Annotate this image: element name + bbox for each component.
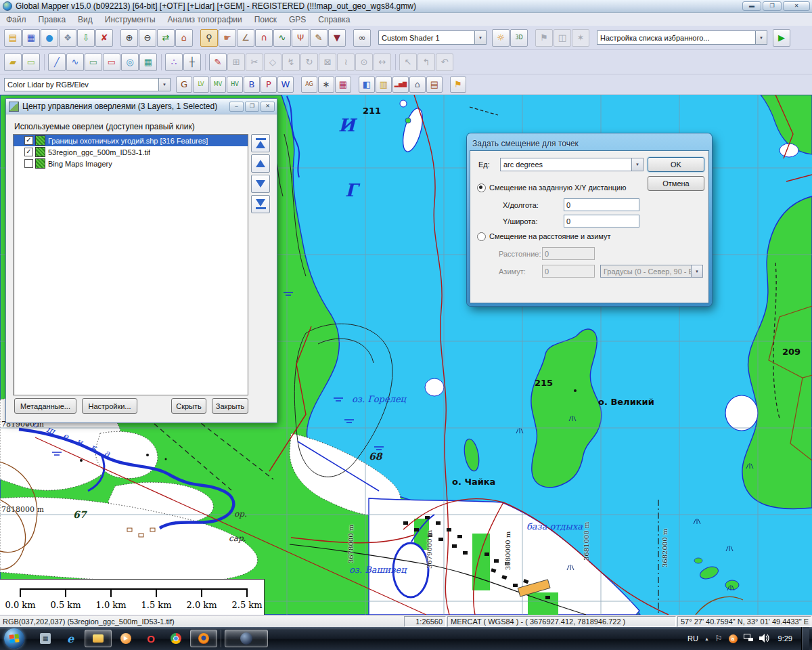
menu-view[interactable]: Вид bbox=[72, 13, 99, 26]
create-point-button[interactable]: ∴ bbox=[165, 53, 183, 71]
calculator-button[interactable]: ▦ bbox=[35, 630, 56, 647]
lidar-low-vegetation-button[interactable]: LV bbox=[193, 77, 209, 93]
lidar-water-button[interactable]: W bbox=[277, 77, 294, 93]
run-favorite-button[interactable]: ▶ bbox=[773, 29, 790, 47]
move-layer-down-button[interactable] bbox=[251, 175, 270, 193]
lidar-color-palette-button[interactable]: ▦ bbox=[335, 77, 351, 93]
reference-book-button[interactable]: ▤ bbox=[426, 77, 443, 93]
clock[interactable]: 9:29 bbox=[775, 634, 795, 643]
lidar-high-vegetation-button[interactable]: HV bbox=[227, 77, 243, 93]
export-button[interactable]: ⇩ bbox=[77, 29, 95, 47]
open-file-button[interactable]: ▤ bbox=[4, 29, 22, 47]
start-button[interactable] bbox=[4, 628, 24, 649]
close-button[interactable]: Закрыть bbox=[212, 398, 248, 414]
lidar-pole-button[interactable]: P bbox=[261, 77, 277, 93]
menu-tools[interactable]: Инструменты bbox=[99, 13, 162, 26]
lidar-combo[interactable]: Color Lidar by RGB/Elev ▼ bbox=[4, 78, 171, 91]
unit-combo[interactable]: arc degrees ▼ bbox=[500, 158, 644, 171]
menu-terrain-analysis[interactable]: Анализ топографии bbox=[162, 13, 248, 26]
metadata-button[interactable]: Метаданные... bbox=[14, 398, 76, 414]
minimize-button[interactable]: ▬ bbox=[742, 1, 761, 11]
overlay-window-titlebar[interactable]: Центр управления оверлеями (3 Layers, 1 … bbox=[6, 99, 277, 114]
hidden-icons-button[interactable]: ▲ bbox=[704, 636, 709, 641]
create-rect-area-button[interactable]: ▭ bbox=[22, 53, 40, 71]
media-player-button[interactable]: ▶ bbox=[115, 630, 137, 647]
layer-row[interactable]: Bing Maps Imagery bbox=[14, 158, 248, 169]
lidar-filter-button[interactable]: ∗ bbox=[318, 77, 334, 93]
create-rectangle-button[interactable]: ▭ bbox=[85, 53, 102, 71]
hill-shading-button[interactable]: ☼ bbox=[492, 29, 510, 47]
maximize-button[interactable]: ❐ bbox=[245, 102, 259, 112]
lidar-above-ground-button[interactable]: AG bbox=[301, 77, 317, 93]
internet-explorer-button[interactable]: e bbox=[60, 630, 81, 647]
avast-icon[interactable]: a bbox=[729, 634, 738, 643]
create-freehand-line-button[interactable]: ∿ bbox=[66, 53, 84, 71]
layer-row[interactable]: ✓53region_ggc_500m_ID53-1.tif bbox=[14, 146, 248, 158]
pan-tool-button[interactable]: ☛ bbox=[219, 29, 236, 47]
histogram-button[interactable]: ▂▅▇ bbox=[392, 77, 409, 93]
layer-checkbox[interactable] bbox=[24, 159, 33, 168]
overlay-layer-list[interactable]: ✓Границы охотничьих угодий.shp [316 Feat… bbox=[13, 134, 248, 395]
volume-icon[interactable] bbox=[759, 634, 769, 644]
close-icon[interactable]: ✕ bbox=[261, 102, 275, 112]
hide-button[interactable]: Скрыть bbox=[171, 398, 206, 414]
more-tools-button[interactable]: ▼ bbox=[328, 29, 346, 47]
lidar-medium-vegetation-button[interactable]: MV bbox=[210, 77, 226, 93]
save-workspace-button[interactable]: ▦ bbox=[22, 29, 40, 47]
create-grid-button[interactable]: ▦ bbox=[139, 53, 157, 71]
note-tag-button[interactable]: ◧ bbox=[359, 77, 375, 93]
zoom-tool-button[interactable]: ⚲ bbox=[200, 29, 218, 47]
menu-help[interactable]: Справка bbox=[312, 13, 356, 26]
create-area-button[interactable]: ▰ bbox=[4, 53, 22, 71]
network-icon[interactable] bbox=[744, 634, 753, 643]
ok-button[interactable]: OK bbox=[648, 157, 704, 172]
language-indicator[interactable]: RU bbox=[687, 634, 698, 643]
menu-gps[interactable]: GPS bbox=[283, 13, 312, 26]
layer-checkbox[interactable]: ✓ bbox=[24, 136, 33, 145]
zoom-out-button[interactable]: ⊖ bbox=[139, 29, 156, 47]
create-line-button[interactable]: ╱ bbox=[48, 53, 66, 71]
digitizer-tool-button[interactable]: ✎ bbox=[310, 29, 328, 47]
search-button[interactable]: ∞ bbox=[353, 29, 371, 47]
move-layer-top-button[interactable] bbox=[251, 134, 270, 152]
close-button[interactable]: ✕ bbox=[783, 1, 810, 11]
map-layout-button[interactable]: ▥ bbox=[376, 77, 392, 93]
favorites-combo[interactable]: Настройка списка избранного... ▼ bbox=[597, 30, 767, 45]
clear-all-tools-button[interactable]: ✘ bbox=[95, 29, 113, 47]
cancel-button[interactable]: Отмена bbox=[648, 176, 704, 191]
building-info-button[interactable]: ⌂ bbox=[409, 77, 426, 93]
chrome-button[interactable] bbox=[165, 630, 187, 647]
maximize-button[interactable]: ❐ bbox=[763, 1, 782, 11]
view-3d-button[interactable]: 3D bbox=[510, 29, 528, 47]
view-shed-tool-button[interactable]: Ψ bbox=[292, 29, 309, 47]
path-profile-tool-button[interactable]: ∿ bbox=[273, 29, 291, 47]
full-view-button[interactable]: ⌂ bbox=[175, 29, 193, 47]
minimize-button[interactable]: – bbox=[229, 102, 244, 112]
layer-row[interactable]: ✓Границы охотничьих угодий.shp [316 Feat… bbox=[14, 135, 248, 146]
x-input[interactable] bbox=[564, 198, 639, 211]
feature-info-tool-button[interactable]: ∩ bbox=[255, 29, 273, 47]
create-circle-button[interactable]: ◎ bbox=[121, 53, 139, 71]
global-mapper-button[interactable] bbox=[225, 630, 268, 647]
download-online-data-button[interactable]: ● bbox=[41, 29, 58, 47]
edit-feature-button[interactable]: ✎ bbox=[209, 53, 227, 71]
firefox-button[interactable] bbox=[190, 630, 217, 647]
shader-combo[interactable]: Custom Shader 1 ▼ bbox=[378, 30, 487, 45]
layer-checkbox[interactable]: ✓ bbox=[24, 148, 33, 156]
overlay-control-center-button[interactable]: ❖ bbox=[59, 29, 76, 47]
action-center-icon[interactable]: ⚐ bbox=[715, 634, 723, 643]
lidar-ground-button[interactable]: G bbox=[176, 77, 192, 93]
lidar-building-button[interactable]: B bbox=[244, 77, 260, 93]
zoom-in-button[interactable]: ⊕ bbox=[120, 29, 138, 47]
offset-xy-radio[interactable] bbox=[477, 183, 486, 192]
opera-button[interactable]: O bbox=[140, 630, 162, 647]
y-input[interactable] bbox=[564, 215, 639, 228]
create-cad-line-button[interactable]: ▭ bbox=[103, 53, 120, 71]
show-desktop-button[interactable] bbox=[801, 627, 809, 650]
menu-file[interactable]: Файл bbox=[0, 13, 32, 26]
settings-button[interactable]: Настройки... bbox=[82, 398, 137, 414]
move-layer-up-button[interactable] bbox=[251, 154, 270, 173]
offset-distance-radio[interactable] bbox=[477, 232, 486, 241]
measure-tool-button[interactable]: ∠ bbox=[237, 29, 254, 47]
menu-search[interactable]: Поиск bbox=[248, 13, 283, 26]
